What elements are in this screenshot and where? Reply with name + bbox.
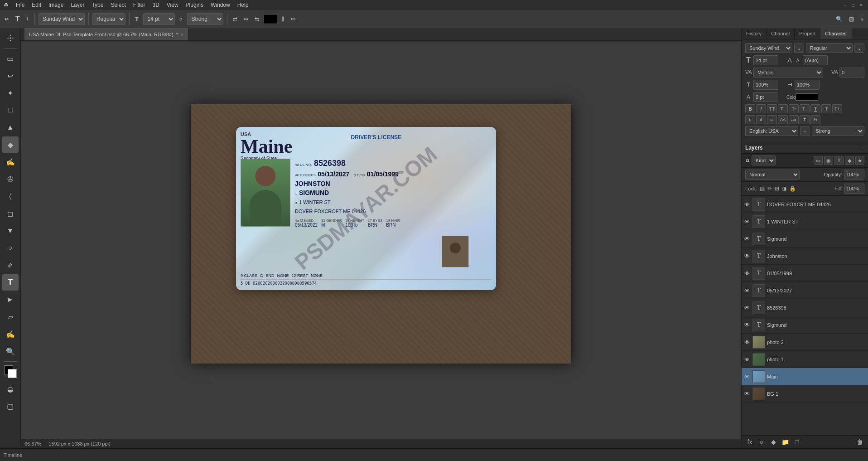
layer-visibility-toggle[interactable]: 👁 [743,321,751,329]
text-color-swatch[interactable] [264,14,277,24]
filter-smart-btn[interactable]: ★ [855,156,864,165]
new-fill-button[interactable]: ◆ [769,437,778,446]
char-tracking-select[interactable]: Metrics [753,68,823,78]
baseline-aa-lower-button[interactable]: aa [789,115,799,124]
gradient-tool[interactable]: ▼ [2,223,19,239]
font-size-select[interactable]: 14 pt [143,13,175,25]
layer-visibility-toggle[interactable]: 👁 [743,218,751,225]
text-tool[interactable]: T [2,274,19,291]
superscript-button[interactable]: Tr [789,104,799,113]
menu-layer[interactable]: Layer [71,2,84,8]
crop-tool[interactable]: □ [2,102,19,118]
layer-visibility-toggle[interactable]: 👁 [743,373,751,380]
add-mask-button[interactable]: ○ [757,437,766,446]
filter-text-btn[interactable]: T [834,156,844,165]
workspace-button[interactable]: ≡ [858,15,865,23]
layer-item[interactable]: 👁 T 8526398 [742,299,868,316]
layer-item[interactable]: 👁 T 05/13/2027 [742,282,868,299]
layer-visibility-toggle[interactable]: 👁 [743,201,751,208]
path-selection-tool[interactable]: ► [2,291,19,308]
align-right-button[interactable]: ⇆ [253,15,261,23]
bold-button[interactable]: B [745,104,755,113]
hand-tool[interactable]: ✍ [2,326,19,342]
lasso-tool[interactable]: ↩ [2,68,19,84]
char-kerning-input[interactable] [839,68,864,78]
minimize-button[interactable]: − [842,2,848,8]
layer-visibility-toggle[interactable]: 👁 [743,339,751,346]
tab-character[interactable]: Character [820,28,852,39]
baseline-aa-button[interactable]: AA [778,115,788,124]
layer-item[interactable]: 👁 T Sigmund [742,230,868,247]
faux-bold-button[interactable]: T+ [832,104,842,113]
fraction-button[interactable]: ½ [810,115,820,124]
new-group-button[interactable]: 📁 [781,437,790,446]
lock-transparent-icon[interactable]: ▨ [760,185,765,192]
font-size-icon[interactable]: T [133,15,141,24]
old-style-button[interactable]: st [767,115,777,124]
char-antialias-select[interactable]: Strong [812,126,865,136]
fill-input[interactable] [844,184,864,194]
brush-tool[interactable]: ✍ [2,154,19,170]
lock-paint-icon[interactable]: ✏ [767,185,772,192]
close-button[interactable]: × [858,2,864,8]
move-tool-options[interactable]: ↚ [3,15,11,23]
layer-item[interactable]: 👁 T 01/05/1999 [742,265,868,282]
menu-file[interactable]: File [16,2,24,8]
menu-help[interactable]: Help [237,2,249,8]
blend-mode-select[interactable]: Normal [745,170,800,180]
menu-edit[interactable]: Edit [32,2,41,8]
font-style-select[interactable]: Regular [92,13,125,25]
char-style-dropdown[interactable]: ⌄ [854,44,864,53]
zoom-tool[interactable]: 🔍 [2,343,19,359]
filter-adjust-btn[interactable]: ◉ [824,156,833,165]
char-leading-input[interactable] [803,55,828,65]
font-family-select[interactable]: Sunday Wind [39,13,85,25]
quick-mask-toggle[interactable]: ◒ [2,381,19,397]
layer-visibility-toggle[interactable]: 👁 [743,304,751,311]
tab-propert[interactable]: Propert [795,28,820,39]
foreground-color[interactable] [2,364,19,380]
search-button[interactable]: 🔍 [834,15,844,23]
text-tool-icon[interactable]: T [14,14,22,24]
subscript-button[interactable]: T_ [800,104,810,113]
menu-type[interactable]: Type [92,2,103,8]
filter-shape-btn[interactable]: ◆ [845,156,854,165]
tab-channel[interactable]: Channel [767,28,795,39]
app-icon[interactable]: ☘ [4,2,9,8]
char-font-family[interactable]: Sunday Wind [745,43,792,53]
dodge-tool[interactable]: ○ [2,240,19,256]
layer-item[interactable]: 👁 T Sigmund [742,316,868,334]
shape-tool[interactable]: ▱ [2,309,19,325]
special-t-button[interactable]: T [800,115,810,124]
tab-history[interactable]: History [742,28,767,39]
menu-3d[interactable]: 3D [152,2,159,8]
marquee-tool[interactable]: ▭ [2,50,19,67]
align-left-button[interactable]: ⇄ [231,15,239,23]
maximize-button[interactable]: □ [850,2,856,8]
screen-mode-toggle[interactable]: ▢ [2,398,19,414]
char-scale-v-input[interactable] [795,80,820,90]
panel-layout-button[interactable]: ▧ [847,15,856,23]
filter-pixel-btn[interactable]: ▭ [814,156,823,165]
healing-tool[interactable]: ◆ [2,136,19,153]
lock-artboard-icon[interactable]: ◑ [782,185,786,192]
all-caps-button[interactable]: TT [767,104,777,113]
menu-select[interactable]: Select [111,2,125,8]
layer-visibility-toggle[interactable]: 👁 [743,235,751,243]
char-baseline-input[interactable] [753,92,778,102]
move-tool[interactable] [2,30,19,46]
new-layer-button[interactable]: □ [792,437,801,446]
char-scale-h-input[interactable] [753,80,778,90]
eraser-tool[interactable]: ◻ [2,205,19,222]
small-caps-button[interactable]: TT [778,104,788,113]
char-font-dropdown[interactable]: ⌄ [794,44,804,53]
layer-item[interactable]: 👁 T 1 WINTER ST [742,213,868,230]
eyedropper-tool[interactable]: ▲ [2,119,19,136]
layer-kind-select[interactable]: Kind [752,155,776,165]
document-canvas[interactable]: USA Maine Secretary of State Mattew Dunl… [191,104,571,364]
ligature-button[interactable]: fi [745,115,755,124]
history-brush-tool[interactable]: 〈 [2,188,19,204]
warp-text[interactable]: ɑ [178,15,184,23]
layer-item[interactable]: 👁 T DOVER-FOXCRT ME 04426 [742,196,868,213]
quick-select-tool[interactable]: ✦ [2,85,19,101]
